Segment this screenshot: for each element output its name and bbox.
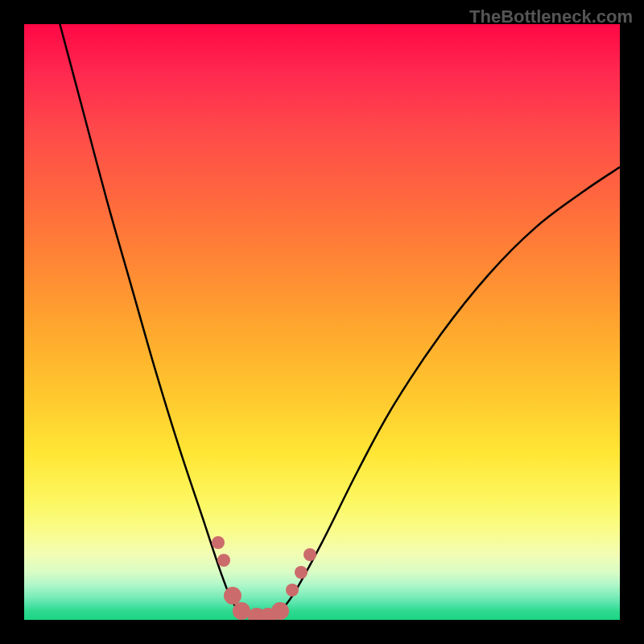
data-point — [217, 554, 230, 567]
data-point — [295, 566, 308, 579]
data-point — [212, 536, 225, 549]
data-points-layer — [24, 24, 620, 620]
data-point — [271, 602, 289, 620]
data-point — [286, 584, 299, 597]
attribution-text: TheBottleneck.com — [469, 6, 633, 27]
chart-plot-area — [24, 24, 620, 620]
data-point — [303, 548, 316, 561]
